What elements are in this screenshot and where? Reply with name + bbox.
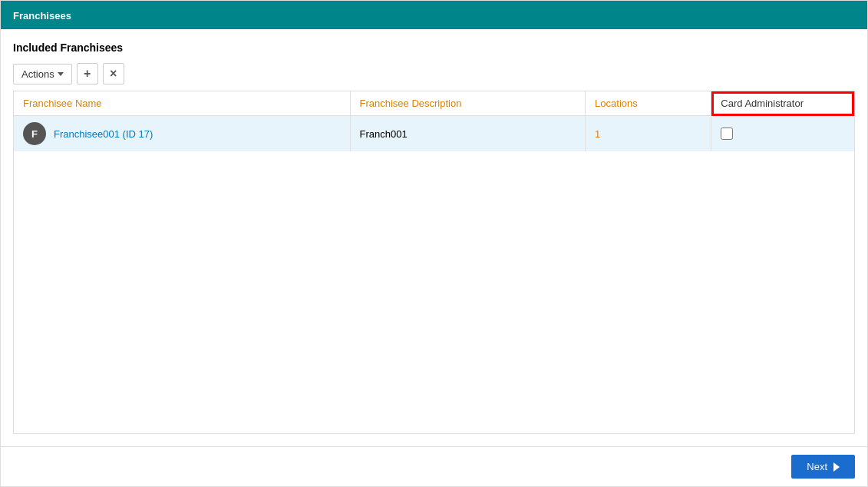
table-row: F Franchisee001 (ID 17) Franch001 1 (14, 116, 854, 152)
col-header-locations: Locations (586, 91, 711, 116)
locations-value-0: 1 (595, 128, 600, 140)
main-container: Franchisees Included Franchisees Actions… (0, 0, 868, 487)
actions-button[interactable]: Actions (13, 64, 72, 84)
section-title: Included Franchisees (13, 41, 855, 54)
card-admin-checkbox-0[interactable] (721, 128, 733, 140)
chevron-down-icon (58, 72, 64, 76)
cell-name-0: F Franchisee001 (ID 17) (14, 116, 350, 152)
col-header-description: Franchisee Description (350, 91, 586, 116)
table-header-row: Franchisee Name Franchisee Description L… (14, 91, 854, 116)
page-title: Franchisees (13, 10, 71, 22)
cell-locations-0: 1 (586, 116, 711, 152)
add-button[interactable]: + (77, 63, 98, 84)
toolbar: Actions + × (13, 63, 855, 84)
franchisees-table: Franchisee Name Franchisee Description L… (14, 91, 854, 151)
cell-description-0: Franch001 (350, 116, 586, 152)
franchisee-name-link-0[interactable]: Franchisee001 (ID 17) (54, 128, 153, 140)
col-header-card-admin: Card Administrator (711, 91, 854, 116)
cell-card-admin-0 (711, 116, 854, 152)
next-label: Next (807, 461, 827, 472)
description-value-0: Franch001 (360, 128, 408, 140)
footer: Next (1, 446, 867, 486)
remove-button[interactable]: × (103, 63, 124, 84)
next-button[interactable]: Next (791, 455, 855, 479)
avatar-0: F (23, 122, 46, 145)
col-header-name: Franchisee Name (14, 91, 350, 116)
content-area: Included Franchisees Actions + × Franchi… (1, 29, 867, 446)
page-header: Franchisees (1, 1, 867, 29)
franchisees-table-wrapper: Franchisee Name Franchisee Description L… (13, 91, 855, 434)
next-arrow-icon (833, 462, 840, 472)
actions-label: Actions (21, 68, 54, 80)
